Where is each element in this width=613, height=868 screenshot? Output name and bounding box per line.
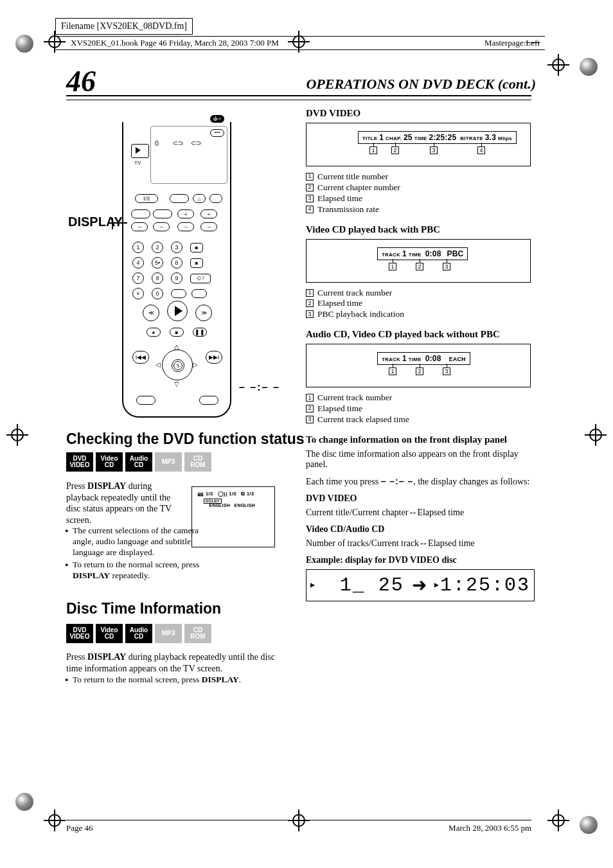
dvd-lcd-box: TITLE 1 CHAP. 25 TIME 2:25:25 BITRATE 3.… — [306, 123, 531, 166]
acd-legend: 1Current track number 2Elapsed time 3Cur… — [306, 393, 537, 425]
pill-btn — [209, 194, 222, 203]
footer-page: Page 46 — [66, 823, 93, 833]
badge-dvd-video: DVDVIDEO — [66, 624, 93, 643]
vcd-pbc-legend: 1Current track number 2Elapsed time 3PBC… — [306, 288, 537, 321]
right-arrow-icon: ➜ — [412, 574, 427, 596]
next-track-icon: ▶▶I — [206, 351, 222, 364]
display-leader-line — [113, 222, 127, 224]
ok-icon: S — [173, 361, 182, 370]
left-arrow-icon: ◁ — [155, 361, 161, 368]
vcd-pbc-lcd: TRACK 1 TIME 0:08 PBC — [377, 247, 468, 260]
bullet: To return to the normal screen, press DI… — [66, 675, 285, 685]
minus-btn: − — [177, 222, 194, 231]
acd-box: TRACK 1 TIME 0:08 EACH 123 — [306, 344, 531, 387]
badge-mp3: MP3 — [155, 452, 182, 472]
up-arrow-icon: △ — [174, 343, 179, 350]
filename-box: Filename [XVS20EK_08DVD.fm] — [55, 18, 193, 35]
masterpage-value: Left — [526, 38, 540, 48]
num-9: 9 — [171, 272, 182, 284]
minus-btn: − — [153, 222, 170, 231]
vcd-pbc-box: TRACK 1 TIME 0:08 PBC 123 — [306, 239, 531, 283]
registration-mark — [44, 810, 66, 831]
pill-btn — [136, 396, 155, 405]
bookline-text: XVS20EK_01.book Page 46 Friday, March 28… — [71, 38, 279, 48]
example-display-row: 1_ 25 ➜ 1:25:03 — [306, 569, 535, 601]
badge-audio-cd: AudioCD — [125, 452, 152, 472]
example-seg-1: 1_ 25 — [306, 570, 408, 601]
page-number: 46 — [66, 64, 96, 98]
section-title: OPERATIONS ON DVD DECK (cont.) — [306, 76, 536, 93]
pill-btn — [171, 289, 186, 298]
corner-ball — [580, 58, 598, 76]
dvd-lcd: TITLE 1 CHAP. 25 TIME 2:25:25 BITRATE 3.… — [358, 131, 517, 144]
badge-mp3: MP3 — [155, 624, 182, 643]
bookline: XVS20EK_01.book Page 46 Friday, March 28… — [55, 36, 545, 50]
camera-icon: 📷 — [197, 491, 204, 497]
remote-illustration: ⏻/I ••• ⎙ ⊂⊃ ⊂⊃ I/II ⌂ + + − − − − 1 2 3… — [122, 122, 231, 418]
section-subrule — [66, 100, 531, 100]
num-7: 7 — [132, 272, 144, 284]
masterpage: Masterpage:Left — [484, 38, 540, 48]
dvd-legend: 1Current title number 2Current chapter n… — [306, 172, 537, 215]
pill-btn — [131, 209, 150, 218]
audio-icon: ◯)) — [218, 491, 227, 497]
subtitle-icon: ⧉ — [241, 491, 245, 497]
double-arrow-icon — [408, 508, 417, 517]
num-8: 8 — [152, 272, 163, 284]
pill-btn — [199, 396, 218, 405]
rec-icon: ● — [147, 328, 161, 337]
power-icon: ⏻/I — [210, 115, 224, 123]
dv-sub-body: Current title/Current chapterElapsed tim… — [306, 508, 537, 518]
osd-row: 📷 1/3 ◯)) 1/3 ⧉ 1/3 — [197, 491, 254, 497]
badge-cd-rom: CDROM — [184, 452, 211, 472]
change-info-body: The disc time information also appears o… — [306, 449, 537, 470]
num-5: 5• — [152, 257, 163, 269]
minus-btn: − — [131, 222, 148, 231]
registration-mark — [547, 54, 569, 76]
osd-status-box: 📷 1/3 ◯)) 1/3 ⧉ 1/3 DOLBY ENGLISH ENGLIS… — [191, 486, 275, 547]
menu-pill: ••• — [210, 129, 224, 137]
bullets-2: To return to the normal screen, press DI… — [66, 675, 285, 686]
example-head: Example: display for DVD VIDEO disc — [306, 555, 537, 565]
right-arrow-icon: ▷ — [193, 361, 198, 368]
corner-ball — [15, 793, 33, 811]
vcd-pbc-head: Video CD played back with PBC — [306, 224, 537, 235]
acd-lcd: TRACK 1 TIME 0:08 EACH — [377, 352, 470, 365]
heading-disc-time: Disc Time Information — [66, 600, 221, 617]
pill-btn: ⌂ — [193, 194, 206, 203]
registration-mark — [547, 810, 569, 831]
dvd-video-head: DVD VIDEO — [306, 108, 537, 119]
tv-icon — [131, 144, 149, 158]
example-seg-2: 1:25:03 — [431, 570, 534, 601]
vc-sub-head: Video CD/Audio CD — [306, 524, 537, 535]
dv-sub-head: DVD VIDEO — [306, 493, 537, 504]
plus-btn: + — [200, 209, 217, 218]
num-0: 0 — [152, 288, 163, 299]
acd-head: Audio CD, Video CD played back without P… — [306, 329, 537, 340]
badge-video-cd: VideoCD — [96, 452, 123, 472]
play-button-icon — [167, 301, 188, 321]
para-press-display-2: Press DISPLAY during playback repeatedly… — [66, 651, 285, 674]
registration-mark — [585, 424, 607, 446]
heading-check-status: Checking the DVD function status — [66, 430, 305, 448]
timer-sq: ⏲? — [190, 274, 211, 283]
change-info-head: To change information on the front displ… — [306, 434, 537, 445]
pause-icon: ❚❚ — [193, 328, 207, 337]
rewind-icon: ≪ — [143, 305, 159, 321]
plus-btn: + — [177, 209, 194, 218]
section-rule — [66, 95, 531, 96]
num-3: 3 — [171, 242, 182, 253]
minus-btn: − — [200, 222, 217, 231]
registration-mark — [6, 424, 28, 446]
prev-track-icon: I◀◀ — [132, 351, 149, 364]
badge-audio-cd: AudioCD — [125, 624, 152, 643]
footer: Page 46 March 28, 2003 6:55 pm — [66, 820, 531, 833]
stop-sq: ■ — [190, 243, 203, 252]
corner-ball — [15, 35, 33, 53]
para-press-display-1: Press DISPLAY during playback repeatedly… — [66, 481, 182, 526]
num-2: 2 — [152, 242, 163, 253]
format-badges-2: DVDVIDEO VideoCD AudioCD MP3 CDROM — [66, 624, 211, 643]
each-press-text: Each time you press – –:– –, the display… — [306, 476, 537, 487]
badge-dvd-video: DVDVIDEO — [66, 452, 93, 472]
pill-btn — [170, 194, 189, 203]
